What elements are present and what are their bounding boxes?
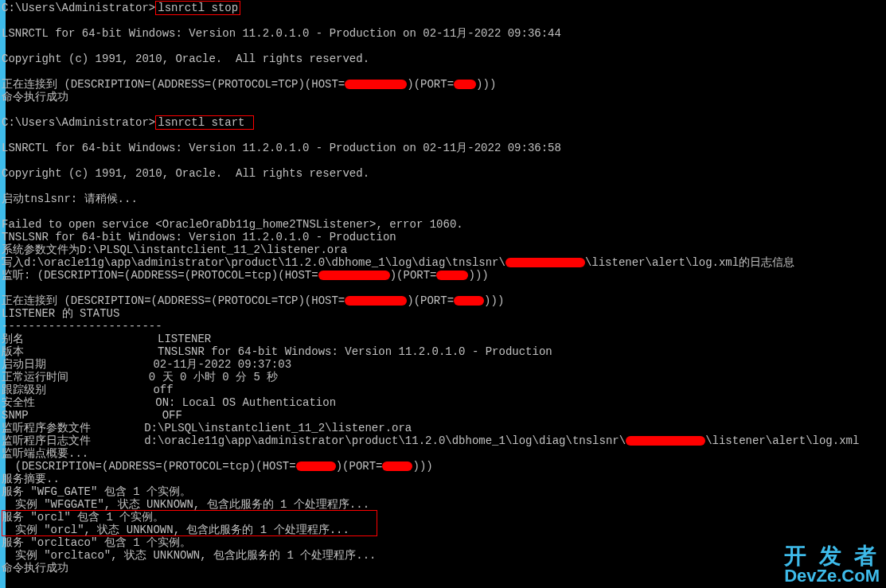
- listener-status-line: LISTENER 的 STATUS: [2, 307, 886, 320]
- endpoint-summary-line: 监听端点概要...: [2, 447, 886, 460]
- trace-line: 跟踪级别 off: [2, 384, 886, 396]
- blank-line: [2, 14, 886, 27]
- blank-line: [2, 205, 886, 218]
- endpoint-desc-line: (DESCRIPTION=(ADDRESS=(PROTOCOL=tcp)(HOS…: [2, 460, 886, 473]
- redacted-host: [345, 296, 407, 306]
- alias-line: 别名 LISTENER: [2, 333, 886, 345]
- log-file-line: 监听程序日志文件 d:\oracle11g\app\administrator\…: [2, 434, 886, 447]
- blank-line: [2, 65, 886, 78]
- copyright-line: Copyright (c) 1991, 2010, Oracle. All ri…: [2, 53, 886, 65]
- prompt-line-stop: C:\Users\Administrator>lsnrctl stop: [2, 2, 886, 14]
- redacted-port: [454, 296, 484, 306]
- banner-line: LSNRCTL for 64-bit Windows: Version 11.2…: [2, 27, 886, 40]
- banner-line: LSNRCTL for 64-bit Windows: Version 11.2…: [2, 142, 886, 154]
- svc-wfg-line: 服务 "WFG_GATE" 包含 1 个实例。: [2, 485, 886, 498]
- uptime-line: 正常运行时间 0 天 0 小时 0 分 5 秒: [2, 371, 886, 384]
- inst-orcl-line: 实例 "orcl", 状态 UNKNOWN, 包含此服务的 1 个处理程序...: [2, 524, 886, 536]
- redacted-host: [626, 436, 705, 446]
- redacted-port: [454, 80, 476, 89]
- starting-line: 启动tnslsnr: 请稍候...: [2, 193, 886, 205]
- cmd-start-highlight: lsnrctl start: [155, 115, 254, 130]
- connecting-line: 正在连接到 (DESCRIPTION=(ADDRESS=(PROTOCOL=TC…: [2, 294, 886, 307]
- blank-line: [2, 40, 886, 53]
- param-file-line: 监听程序参数文件 D:\PLSQL\instantclient_11_2\lis…: [2, 422, 886, 434]
- watermark-logo: 开 发 者 DevZe.CoM: [784, 545, 880, 585]
- orcl-highlight-box: 服务 "orcl" 包含 1 个实例。 实例 "orcl", 状态 UNKNOW…: [2, 511, 886, 536]
- prompt-line-start: C:\Users\Administrator>lsnrctl start: [2, 116, 886, 129]
- redacted-host: [296, 461, 336, 471]
- divider-line: ------------------------: [2, 320, 886, 333]
- blank-line: [2, 103, 886, 116]
- blank-line: [2, 282, 886, 294]
- svc-orcltaco-line: 服务 "orcltaco" 包含 1 个实例。: [2, 536, 886, 549]
- redacted-host: [318, 271, 390, 280]
- version-line: 版本 TNSLSNR for 64-bit Windows: Version 1…: [2, 345, 886, 358]
- svc-orcl-line: 服务 "orcl" 包含 1 个实例。: [2, 511, 886, 524]
- success-line: 命令执行成功: [2, 91, 886, 103]
- redacted-host: [345, 80, 407, 89]
- blank-line: [2, 180, 886, 193]
- security-line: 安全性 ON: Local OS Authentication: [2, 396, 886, 409]
- blank-line: [2, 129, 886, 142]
- failed-line: Failed to open service <OracleOraDb11g_h…: [2, 218, 886, 231]
- redacted-port: [382, 461, 412, 471]
- terminal-output[interactable]: C:\Users\Administrator>lsnrctl stop LSNR…: [0, 0, 886, 588]
- listen-line: 监听: (DESCRIPTION=(ADDRESS=(PROTOCOL=tcp)…: [2, 269, 886, 282]
- connecting-line: 正在连接到 (DESCRIPTION=(ADDRESS=(PROTOCOL=TC…: [2, 78, 886, 91]
- snmp-line: SNMP OFF: [2, 409, 886, 422]
- blank-line: [2, 154, 886, 167]
- redacted-port: [436, 271, 468, 280]
- cmd-stop-highlight: lsnrctl stop: [155, 1, 240, 15]
- watermark-line2: DevZe.CoM: [784, 567, 880, 585]
- start-date-line: 启动日期 02-11月-2022 09:37:03: [2, 358, 886, 371]
- watermark-line1: 开 发 者: [784, 545, 880, 567]
- tnslsnr-banner-line: TNSLSNR for 64-bit Windows: Version 11.2…: [2, 231, 886, 243]
- inst-wfg-line: 实例 "WFGGATE", 状态 UNKNOWN, 包含此服务的 1 个处理程序…: [2, 498, 886, 511]
- sysparam-line: 系统参数文件为D:\PLSQL\instantclient_11_2\liste…: [2, 243, 886, 256]
- svc-summary-line: 服务摘要..: [2, 473, 886, 485]
- redacted-host: [505, 258, 585, 267]
- success-line: 命令执行成功: [2, 562, 886, 574]
- copyright-line: Copyright (c) 1991, 2010, Oracle. All ri…: [2, 167, 886, 180]
- log-line: 写入d:\oracle11g\app\administrator\product…: [2, 256, 886, 269]
- inst-orcltaco-line: 实例 "orcltaco", 状态 UNKNOWN, 包含此服务的 1 个处理程…: [2, 549, 886, 562]
